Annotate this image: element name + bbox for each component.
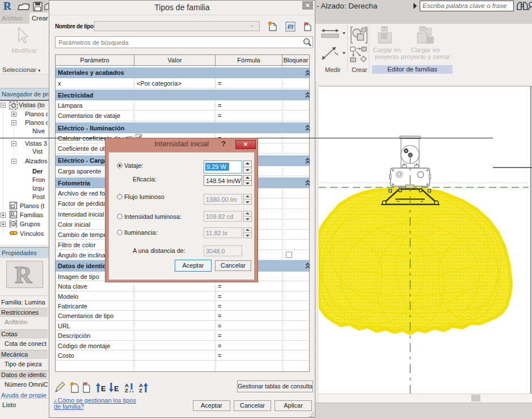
- svg-text:FT: FT: [288, 24, 294, 30]
- svg-text:E: E: [114, 384, 119, 393]
- svg-text:E: E: [101, 384, 106, 393]
- svg-text:R: R: [3, 1, 11, 12]
- svg-text:Z: Z: [125, 387, 128, 393]
- svg-text:R: R: [15, 262, 32, 287]
- svg-text:Z: Z: [139, 387, 142, 393]
